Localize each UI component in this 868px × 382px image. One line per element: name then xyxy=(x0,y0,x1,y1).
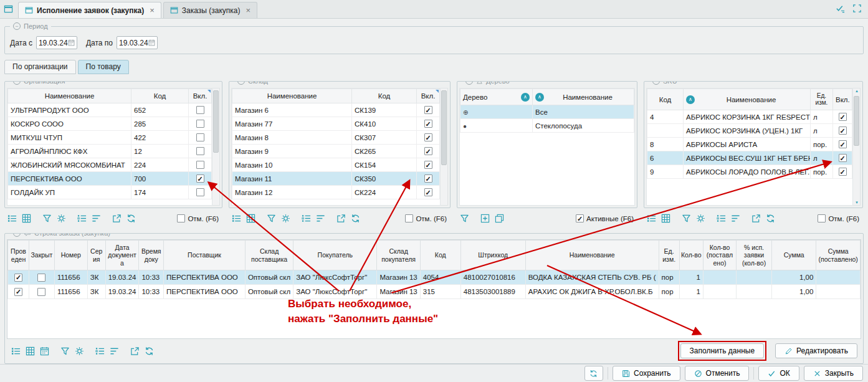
column-header-unit[interactable]: Ед. изм. xyxy=(811,89,833,110)
filter-icon[interactable] xyxy=(265,212,278,224)
order-line-row[interactable]: 111656 ЗК 19.03.24 10:33 ПЕРСПЕКТИВА ООО… xyxy=(8,285,861,299)
refresh-icon[interactable] xyxy=(125,212,138,224)
include-checkbox[interactable] xyxy=(839,154,847,162)
order-column-header[interactable]: Сумма (поставлено) xyxy=(816,241,861,270)
save-button[interactable]: Сохранить xyxy=(613,366,680,381)
edit-button[interactable]: Редактировать xyxy=(775,343,857,358)
tree-row[interactable]: ⊕ Все xyxy=(460,105,634,119)
order-column-header[interactable]: Код xyxy=(420,241,460,270)
sku-row[interactable]: 4 АБРИКОС КОРЗИНКА 1КГ RESPECT л xyxy=(647,110,852,124)
include-checkbox[interactable] xyxy=(424,188,432,196)
tab-close-icon[interactable]: × xyxy=(150,6,155,15)
export-icon[interactable] xyxy=(750,212,763,224)
tab-by-product[interactable]: По товару xyxy=(78,60,129,74)
include-checkbox[interactable] xyxy=(839,168,847,176)
include-checkbox[interactable] xyxy=(196,188,204,196)
column-header-tree[interactable]: Дерево xyxy=(460,89,533,105)
include-checkbox[interactable] xyxy=(839,127,847,135)
order-column-header[interactable]: Поставщик xyxy=(164,241,246,270)
warehouse-row[interactable]: Магазин 77 СК410 xyxy=(232,117,440,131)
active-f6-checkbox[interactable]: Активные (F6) xyxy=(576,214,634,222)
fill-data-button[interactable]: Заполнить данные xyxy=(680,343,764,358)
vertical-scrollbar[interactable] xyxy=(441,88,448,206)
column-header-incl[interactable]: Вкл. xyxy=(833,89,852,110)
include-checkbox[interactable] xyxy=(424,106,432,114)
collapse-icon[interactable] xyxy=(13,233,21,237)
vertical-scrollbar[interactable] xyxy=(212,88,220,206)
list-view-icon[interactable] xyxy=(6,212,19,224)
export-icon[interactable] xyxy=(335,212,348,224)
organization-row[interactable]: УЛЬТРАПРОДУКТ ООО 652 xyxy=(8,103,212,117)
sort-ascending-icon[interactable] xyxy=(686,95,695,104)
sort-filter-icon[interactable] xyxy=(729,212,742,224)
warehouse-row[interactable]: Магазин 8 СК307 xyxy=(232,131,440,145)
filter-icon[interactable] xyxy=(59,345,72,357)
numbered-list-icon[interactable] xyxy=(75,212,88,224)
collapse-icon[interactable] xyxy=(465,81,473,85)
tree-node-icon[interactable]: ⊕ xyxy=(463,109,468,116)
filter-icon[interactable] xyxy=(680,212,693,224)
column-header-code[interactable]: Код xyxy=(352,89,417,103)
numbered-list-icon[interactable] xyxy=(300,212,313,224)
grid-view-icon[interactable] xyxy=(659,212,672,224)
order-column-header[interactable]: Покупатель xyxy=(293,241,377,270)
order-column-header[interactable]: Дата документа xyxy=(105,241,139,270)
refresh-icon[interactable] xyxy=(143,345,156,357)
settings-icon[interactable] xyxy=(279,212,292,224)
sku-row[interactable]: 6 АБРИКОСЫ ВЕС.СУШ 1КГ НЕТ БРЕНД л xyxy=(647,151,852,165)
close-button[interactable]: Закрыть xyxy=(804,366,863,381)
column-header-name[interactable]: Наименование xyxy=(8,89,131,103)
order-column-header[interactable]: Штрихкод xyxy=(460,241,525,270)
include-checkbox[interactable] xyxy=(424,174,432,183)
mark-f6-checkbox[interactable]: Отм. (F6) xyxy=(177,214,219,222)
settings-icon[interactable] xyxy=(55,212,68,224)
organization-row[interactable]: МИТКУШ ЧТУП 422 xyxy=(8,131,212,145)
include-checkbox[interactable] xyxy=(424,147,432,155)
closed-checkbox[interactable] xyxy=(37,274,45,282)
include-checkbox[interactable] xyxy=(196,174,204,183)
organization-row[interactable]: ГОЛДАЙК УП 174 xyxy=(8,186,212,199)
refresh-button[interactable] xyxy=(584,366,603,381)
order-column-header[interactable]: Номер xyxy=(54,241,87,270)
calendar-icon[interactable] xyxy=(68,39,75,46)
settings-icon[interactable] xyxy=(73,345,86,357)
refresh-icon[interactable] xyxy=(349,212,362,224)
checklist-icon[interactable] xyxy=(836,4,845,13)
tree-row[interactable]: ● Стеклопосуда xyxy=(460,119,634,133)
include-checkbox[interactable] xyxy=(839,140,847,148)
sort-ascending-icon[interactable] xyxy=(521,93,530,102)
order-line-row[interactable]: 111656 ЗК 19.03.24 10:33 ПЕРСПЕКТИВА ООО… xyxy=(8,270,861,285)
sort-filter-icon[interactable] xyxy=(314,212,327,224)
include-checkbox[interactable] xyxy=(196,133,204,141)
grid-view-icon[interactable] xyxy=(24,345,37,357)
sort-filter-icon[interactable] xyxy=(108,345,121,357)
sku-row[interactable]: АБРИКОС КОРЗИНКА (УЦЕН.) 1КГ л xyxy=(647,124,852,138)
collapse-icon[interactable] xyxy=(652,81,660,85)
order-column-header[interactable]: Время доку xyxy=(139,241,164,270)
filter-icon[interactable] xyxy=(458,212,471,224)
order-column-header[interactable]: Ед. изм. xyxy=(659,241,679,270)
export-icon[interactable] xyxy=(128,345,141,357)
fullscreen-icon[interactable] xyxy=(852,4,862,13)
collapse-icon[interactable] xyxy=(13,81,21,85)
collapse-icon[interactable] xyxy=(13,22,21,30)
tab-close-icon[interactable]: × xyxy=(246,6,251,15)
order-column-header[interactable]: Наименование xyxy=(525,241,659,270)
order-column-header[interactable]: Кол-во (поставлено) xyxy=(703,241,736,270)
column-header-incl[interactable]: Вкл. xyxy=(417,89,440,103)
tab-requests-execution[interactable]: Исполнение заявок (закупка) × xyxy=(18,2,161,18)
include-checkbox[interactable] xyxy=(196,161,204,169)
calendar-icon[interactable] xyxy=(38,345,51,357)
posted-checkbox[interactable] xyxy=(14,274,22,282)
settings-icon[interactable] xyxy=(694,212,707,224)
tab-by-organization[interactable]: По организации xyxy=(4,60,76,74)
refresh-icon[interactable] xyxy=(764,212,777,224)
tree-node-icon[interactable]: ● xyxy=(463,123,467,130)
column-header-name[interactable]: Наименование xyxy=(533,89,634,105)
date-from-input[interactable]: 19.03.24 xyxy=(36,36,77,49)
column-header-code[interactable]: Код xyxy=(647,89,684,110)
sort-filter-icon[interactable] xyxy=(90,212,103,224)
order-column-header[interactable]: Проведен xyxy=(8,241,29,270)
include-checkbox[interactable] xyxy=(424,133,432,141)
mark-f6-checkbox[interactable]: Отм. (F6) xyxy=(405,214,447,222)
